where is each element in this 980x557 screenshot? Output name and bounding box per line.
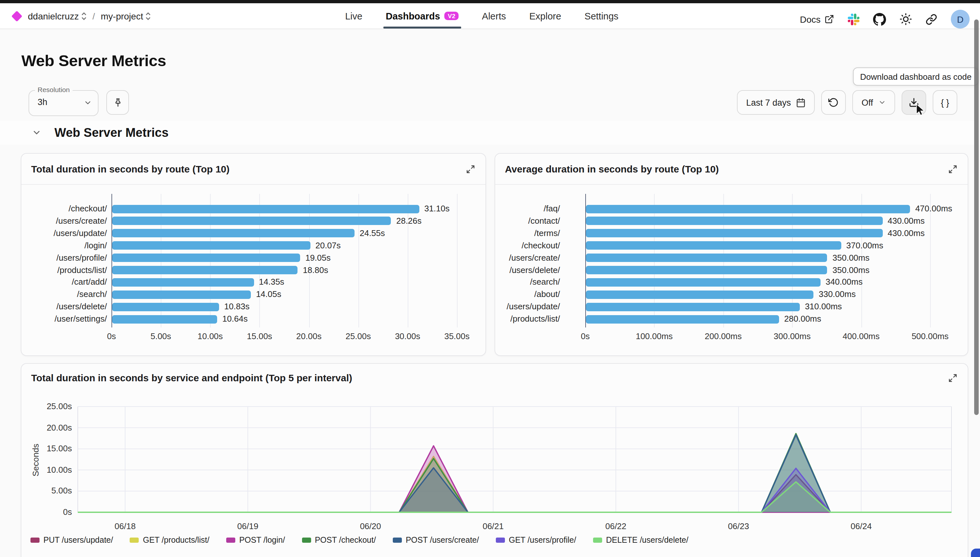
- chevron-down-icon: [878, 99, 886, 106]
- legend-item[interactable]: POST /login/: [226, 536, 285, 545]
- download-dashboard-button[interactable]: [902, 90, 926, 115]
- bar[interactable]: [112, 205, 419, 213]
- legend-label: POST /login/: [239, 536, 285, 545]
- expand-panel-button[interactable]: [947, 164, 958, 174]
- area-chart-duration-by-endpoint[interactable]: Seconds PUT /users/update/GET /products/…: [21, 392, 968, 557]
- docs-link[interactable]: Docs: [800, 14, 834, 24]
- bar[interactable]: [586, 241, 841, 250]
- legend-swatch: [593, 537, 602, 543]
- github-icon[interactable]: [873, 13, 886, 26]
- category-label: /users/update/: [495, 301, 560, 311]
- bar-value-label: 330.00ms: [819, 290, 856, 299]
- y-tick-label: 20.00s: [26, 422, 72, 432]
- vertical-scrollbar[interactable]: [974, 20, 979, 415]
- time-range-button[interactable]: Last 7 days: [737, 90, 815, 115]
- legend-swatch: [31, 537, 39, 543]
- bar[interactable]: [586, 217, 882, 225]
- expand-panel-button[interactable]: [465, 164, 476, 174]
- link-icon[interactable]: [926, 13, 937, 25]
- bar[interactable]: [586, 266, 827, 274]
- select-arrows-icon: [145, 11, 151, 20]
- x-tick-label: 06/22: [593, 521, 639, 531]
- bar[interactable]: [112, 315, 217, 323]
- expand-icon: [465, 164, 476, 174]
- bar-chart-total-duration[interactable]: 0s5.00s10.00s15.00s20.00s25.00s30.00s35.…: [21, 185, 486, 356]
- y-tick-label: 0s: [26, 507, 72, 517]
- category-label: /checkout/: [495, 240, 560, 250]
- bar[interactable]: [112, 290, 251, 299]
- legend-item[interactable]: POST /checkout/: [302, 536, 376, 545]
- legend-item[interactable]: GET /products/list/: [130, 536, 210, 545]
- x-tick-label: 06/18: [102, 521, 148, 531]
- category-label: /terms/: [495, 228, 560, 238]
- calendar-icon: [796, 98, 806, 107]
- panel-header: Total duration in seconds by route (Top …: [21, 154, 486, 185]
- category-label: /users/create/: [495, 252, 560, 262]
- legend-label: DELETE /users/delete/: [606, 536, 688, 545]
- org-selector[interactable]: ddanielcruzz: [28, 11, 86, 21]
- user-avatar[interactable]: D: [951, 10, 970, 29]
- bar[interactable]: [586, 290, 813, 299]
- legend-label: GET /users/profile/: [509, 536, 576, 545]
- tab-alerts[interactable]: Alerts: [482, 3, 506, 29]
- legend-label: POST /checkout/: [315, 536, 376, 545]
- bar[interactable]: [586, 278, 821, 287]
- top-nav: ddanielcruzz / my-project Live Dashboard…: [0, 3, 980, 29]
- bar-value-label: 10.64s: [222, 314, 248, 324]
- bar[interactable]: [112, 278, 254, 287]
- bar-value-label: 430.00ms: [887, 228, 925, 238]
- bar[interactable]: [112, 229, 354, 238]
- resolution-select[interactable]: Resolution 3h: [29, 90, 99, 116]
- legend-item[interactable]: POST /users/create/: [393, 536, 479, 545]
- category-label: /about/: [495, 290, 560, 299]
- slack-icon[interactable]: [848, 13, 860, 25]
- pin-resolution-button[interactable]: [106, 90, 129, 115]
- legend-item[interactable]: DELETE /users/delete/: [593, 536, 688, 545]
- legend-swatch: [302, 537, 311, 543]
- bar-value-label: 350.00ms: [832, 265, 869, 275]
- expand-panel-button[interactable]: [947, 373, 958, 383]
- bar-value-label: 20.07s: [315, 240, 341, 250]
- sun-icon[interactable]: [900, 13, 912, 25]
- tab-settings[interactable]: Settings: [585, 3, 619, 29]
- bar[interactable]: [112, 217, 391, 225]
- bar[interactable]: [586, 205, 910, 213]
- chevron-down-icon: [84, 99, 92, 107]
- chat-widget-corner[interactable]: [971, 549, 980, 557]
- project-selector[interactable]: my-project: [101, 11, 151, 21]
- tab-dashboards[interactable]: Dashboards V2: [386, 3, 458, 29]
- bar-value-label: 430.00ms: [887, 216, 925, 226]
- legend-item[interactable]: GET /users/profile/: [496, 536, 576, 545]
- bar[interactable]: [586, 254, 827, 262]
- y-tick-label: 10.00s: [26, 465, 72, 475]
- area-chart-canvas: [21, 392, 968, 557]
- bar-value-label: 19.05s: [305, 252, 331, 262]
- main-tabs: Live Dashboards V2 Alerts Explore Settin…: [345, 3, 618, 29]
- dashboard-controls: Last 7 days Off { }: [737, 90, 957, 115]
- live-refresh-select[interactable]: Off: [852, 90, 895, 115]
- x-tick-label: 06/24: [839, 521, 884, 531]
- org-name: ddanielcruzz: [28, 11, 79, 21]
- category-label: /products/list/: [21, 265, 107, 275]
- bar-chart-average-duration[interactable]: 0s100.00ms200.00ms300.00ms400.00ms500.00…: [495, 185, 968, 356]
- tab-explore[interactable]: Explore: [529, 3, 561, 29]
- bar[interactable]: [586, 303, 800, 311]
- logo-diamond-icon[interactable]: [11, 10, 22, 21]
- y-tick-label: 5.00s: [26, 486, 72, 496]
- x-tick-label: 500.00ms: [901, 331, 959, 341]
- refresh-button[interactable]: [821, 90, 846, 115]
- legend-swatch: [393, 537, 402, 543]
- bar-value-label: 280.00ms: [784, 314, 821, 324]
- bar[interactable]: [112, 254, 300, 262]
- bar[interactable]: [112, 241, 310, 250]
- bar[interactable]: [586, 229, 882, 238]
- bar[interactable]: [112, 303, 219, 311]
- bar[interactable]: [586, 315, 779, 323]
- legend-item[interactable]: PUT /users/update/: [31, 536, 113, 545]
- x-tick-label: 06/19: [225, 521, 271, 531]
- tab-live[interactable]: Live: [345, 3, 362, 29]
- bar[interactable]: [112, 266, 298, 274]
- dashboard-code-button[interactable]: { }: [933, 90, 957, 115]
- category-label: /contact/: [495, 216, 560, 226]
- collapse-chevron-icon[interactable]: [32, 128, 41, 137]
